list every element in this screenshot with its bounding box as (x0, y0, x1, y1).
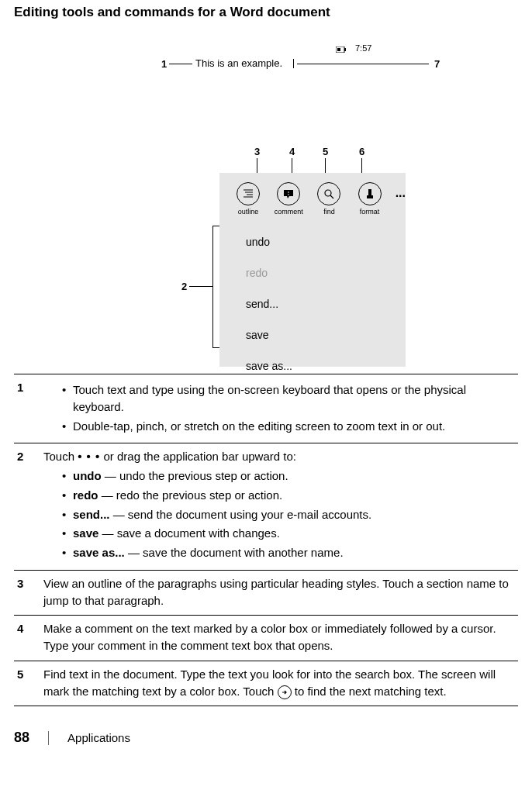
format-icon (358, 182, 382, 205)
svg-rect-13 (368, 189, 371, 195)
outline-label: outline (238, 208, 259, 216)
list-item: undo — undo the previous step or action. (62, 468, 515, 485)
table-row: 2 Touch • • • or drag the application ba… (14, 443, 518, 571)
footer-divider (48, 731, 49, 745)
menu-saveas[interactable]: save as... (246, 350, 406, 381)
format-label: format (360, 208, 380, 216)
table-row: 3 View an outline of the paragraphs usin… (14, 570, 518, 616)
row-num: 3 (14, 570, 40, 616)
list-item: redo — redo the previous step or action. (62, 487, 515, 504)
text: Touch (43, 450, 78, 463)
svg-point-10 (288, 194, 289, 195)
list-item: save as... — save the document with anot… (62, 544, 515, 561)
page-title: Editing tools and commands for a Word do… (14, 0, 518, 29)
status-time: 7:57 (355, 43, 371, 53)
svg-point-11 (325, 190, 331, 196)
row-num: 2 (14, 443, 40, 571)
comment-button[interactable]: comment (274, 182, 303, 216)
diagram: 7:57 1 This is an example. 7 3 4 5 6 2 o… (14, 29, 518, 371)
svg-rect-1 (344, 48, 346, 51)
row-num: 1 (14, 374, 40, 443)
footer: 88 Applications (14, 730, 518, 755)
callout-1: 1 (161, 58, 167, 70)
table-row: 4 Make a comment on the text marked by a… (14, 616, 518, 661)
description-table: 1 Touch text and type using the on-scree… (14, 374, 518, 706)
callout-7: 7 (434, 58, 440, 70)
find-button[interactable]: find (314, 182, 344, 216)
list-item: Double-tap, pinch, or stretch on the edi… (62, 418, 515, 435)
next-arrow-icon (278, 685, 292, 699)
menu-undo[interactable]: undo (246, 226, 406, 257)
text: to find the next matching text. (295, 685, 447, 698)
table-row: 5 Find text in the document. Type the te… (14, 661, 518, 706)
find-icon (317, 182, 340, 205)
svg-rect-2 (337, 48, 340, 51)
more-button[interactable]: ... (396, 182, 406, 199)
ellipsis-icon: • • • (78, 448, 100, 465)
table-row: 1 Touch text and type using the on-scree… (14, 374, 518, 443)
list-item: send... — send the document using your e… (62, 506, 515, 523)
text: Make a comment on the text marked by a c… (40, 616, 518, 661)
page-number: 88 (14, 730, 29, 746)
comment-label: comment (275, 208, 303, 216)
svg-line-12 (330, 195, 333, 198)
find-label: find (323, 208, 335, 216)
row-num: 5 (14, 661, 40, 706)
menu-send[interactable]: send... (246, 288, 406, 319)
menu-redo[interactable]: redo (246, 257, 406, 288)
callout-5: 5 (323, 146, 328, 157)
comment-icon (277, 182, 300, 205)
text: or drag the application bar upward to: (100, 450, 296, 463)
outline-button[interactable]: outline (233, 182, 263, 216)
callout-6: 6 (359, 146, 364, 157)
battery-icon (336, 45, 347, 54)
menu-save[interactable]: save (246, 319, 406, 350)
list-item: Touch text and type using the on-screen … (62, 381, 515, 416)
callout-3: 3 (254, 146, 260, 157)
text: View an outline of the paragraphs using … (40, 570, 518, 616)
callout-4: 4 (289, 146, 295, 157)
app-bar-panel: outline comment find format ... (219, 173, 406, 367)
row-num: 4 (14, 616, 40, 661)
outline-icon (237, 182, 260, 205)
toolbar: outline comment find format ... (219, 173, 406, 216)
format-button[interactable]: format (354, 182, 384, 216)
footer-section: Applications (67, 731, 130, 744)
callout-2: 2 (181, 281, 187, 292)
list-item: save — save a document with changes. (62, 525, 515, 542)
caption-text: This is an example. (195, 57, 282, 69)
svg-rect-14 (367, 195, 373, 198)
menu-list: undo redo send... save save as... (219, 216, 406, 381)
svg-marker-8 (287, 196, 289, 198)
